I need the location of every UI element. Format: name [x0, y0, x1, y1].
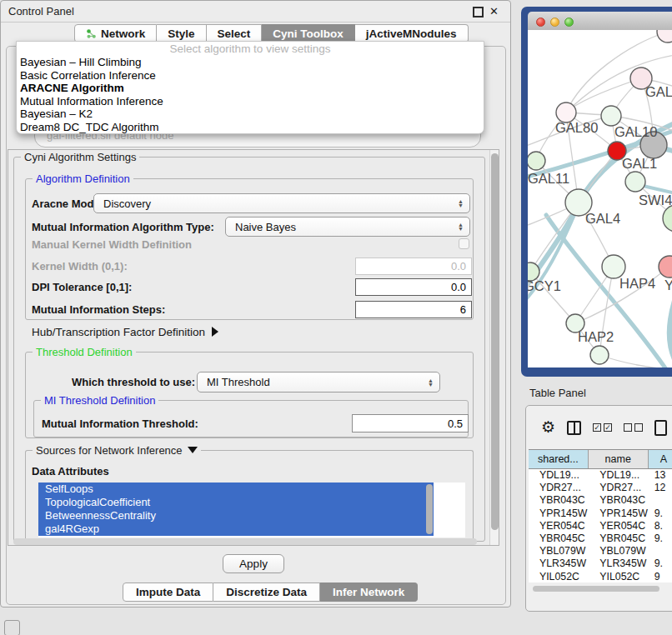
tab-infer-network[interactable]: Infer Network [320, 582, 418, 602]
table-row[interactable]: YBR043CYBR043C [529, 494, 672, 507]
select-all-checkboxes-icon[interactable]: ✓✓ [593, 423, 612, 432]
network-node[interactable] [625, 172, 645, 192]
table-cell: YBR045C [529, 532, 589, 545]
table-row[interactable]: YBL079WYBL079W [529, 545, 672, 558]
network-node[interactable] [663, 205, 672, 232]
dropdown-item-bayesian-hill-climbing[interactable]: Bayesian – Hill Climbing [17, 56, 484, 69]
screen: Control Panel ✕ NetworkStyleSelectCyni T… [0, 0, 672, 635]
table-horizontal-scrollbar-thumb[interactable] [533, 586, 659, 592]
node-label-y: Y [664, 278, 672, 292]
table-body: YDL19...YDL19...13YDR27...YDR27...12YBR0… [529, 469, 672, 582]
network-view-window: GALGAL80GAL10GAL1GAL11SWI4GAL4GCY1HAP4YH… [521, 7, 672, 377]
tab-discretize-data[interactable]: Discretize Data [213, 582, 320, 602]
tab-cyni-toolbox[interactable]: Cyni Toolbox [262, 24, 355, 42]
data-attributes-label: Data Attributes [32, 465, 109, 478]
sources-group-title[interactable]: Sources for Network Inference [33, 444, 201, 457]
node-label-gal4: GAL4 [585, 211, 620, 226]
list-item-selfloops[interactable]: SelfLoops [38, 482, 434, 496]
column-header-shared[interactable]: shared... [529, 450, 589, 468]
network-node[interactable] [659, 256, 672, 278]
table-cell: 9. [649, 508, 672, 520]
gear-icon[interactable]: ⚙ [541, 419, 555, 436]
node-table: shared...nameA YDL19...YDL19...13YDR27..… [529, 449, 672, 582]
node-label-swi4: SWI4 [639, 192, 672, 208]
vertical-scrollbar-thumb[interactable] [491, 153, 499, 530]
mi-steps-input[interactable] [355, 301, 472, 318]
which-threshold-label: Which threshold to use: [72, 376, 195, 388]
dropdown-item-aracne-algorithm[interactable]: ARACNE Algorithm [17, 82, 484, 95]
list-item-gal4rgexp[interactable]: gal4RGexp [38, 522, 434, 536]
minimize-traffic-light-icon[interactable] [550, 18, 559, 27]
mi-threshold-input[interactable] [352, 414, 469, 432]
table-row[interactable]: YIL052CYIL052C9 [529, 571, 672, 583]
list-item-betweennesscentrality[interactable]: BetweennessCentrality [38, 509, 434, 522]
column-header-name[interactable]: name [589, 450, 649, 468]
table-row[interactable]: YPR145WYPR145W9. [529, 508, 672, 520]
column-header-a[interactable]: A [649, 450, 672, 468]
table-cell: YBR043C [589, 494, 649, 507]
tab-jactivemnodules[interactable]: jActiveMNodules [355, 24, 469, 42]
hub-section-toggle[interactable]: Hub/Transcription Factor Definition [32, 326, 218, 338]
tab-label: Style [168, 28, 194, 40]
tab-label: Network [101, 28, 145, 40]
close-traffic-light-icon[interactable] [536, 18, 545, 27]
zoom-traffic-light-icon[interactable] [564, 18, 574, 27]
close-icon[interactable]: ✕ [489, 6, 500, 17]
table-cell: YDR27... [589, 482, 649, 494]
dropdown-item-basic-correlation-inference[interactable]: Basic Correlation Inference [17, 69, 484, 82]
sources-title-text: Sources for Network Inference [36, 444, 183, 457]
tab-style[interactable]: Style [157, 24, 206, 42]
dpi-tolerance-input[interactable] [355, 278, 472, 296]
manual-kernel-label: Manual Kernel Width Definition [32, 238, 192, 251]
list-item-topologicalcoefficient[interactable]: TopologicalCoefficient [38, 496, 434, 509]
document-icon[interactable] [654, 420, 667, 436]
kernel-width-input[interactable] [355, 258, 472, 275]
collapsed-panel-button[interactable] [4, 620, 20, 635]
table-row[interactable]: YER054CYER054C8. [529, 520, 672, 532]
tab-network[interactable]: Network [74, 24, 157, 42]
float-window-icon[interactable] [473, 6, 484, 17]
dropdown-item-dream8-dc-tdc-algorithm[interactable]: Dream8 DC_TDC Algorithm [17, 121, 484, 134]
manual-kernel-checkbox[interactable] [459, 238, 469, 249]
bottom-tabs: Impute DataDiscretize DataInfer Network [123, 582, 418, 602]
network-window-titlebar[interactable] [528, 12, 672, 31]
network-node[interactable] [601, 106, 621, 126]
which-threshold-combo[interactable]: MI Threshold ▲▼ [197, 372, 440, 392]
control-panel-title: Control Panel [8, 5, 74, 18]
list-scrollbar-thumb[interactable] [426, 484, 433, 534]
network-node[interactable] [602, 255, 625, 278]
mi-steps-label: Mutual Information Steps: [32, 303, 165, 316]
table-cell: YDL19... [529, 469, 589, 482]
columns-icon[interactable] [567, 421, 581, 435]
table-row[interactable]: YDR27...YDR27...12 [529, 482, 672, 494]
network-node[interactable] [528, 152, 545, 170]
network-node[interactable] [590, 346, 609, 364]
aracne-mode-combo[interactable]: Discovery ▲▼ [93, 193, 470, 213]
table-cell: YBR043C [529, 494, 589, 507]
table-row[interactable]: YDL19...YDL19...13 [529, 469, 672, 482]
mi-type-combo[interactable]: Naive Bayes ▲▼ [225, 217, 470, 237]
table-cell: YDR27... [529, 482, 589, 494]
network-node[interactable] [657, 30, 672, 42]
algorithm-dropdown-prompt: Select algorithm to view settings [17, 42, 484, 56]
dropdown-item-mutual-information-inference[interactable]: Mutual Information Inference [17, 95, 484, 108]
node-label-gcy1: GCY1 [528, 278, 561, 293]
horizontal-scrollbar-thumb[interactable] [13, 538, 477, 545]
tab-impute-data[interactable]: Impute Data [123, 582, 213, 602]
apply-button[interactable]: Apply [223, 554, 284, 573]
hub-section-label: Hub/Transcription Factor Definition [32, 326, 205, 338]
table-cell: YLR345W [529, 558, 589, 570]
table-row[interactable]: YLR345WYLR345W9. [529, 558, 672, 570]
table-cell: 9. [649, 532, 672, 545]
node-label-gal10: GAL10 [614, 124, 657, 139]
table-row[interactable]: YBR045CYBR045C9. [529, 532, 672, 545]
aracne-mode-value: Discovery [94, 198, 458, 210]
network-canvas[interactable]: GALGAL80GAL10GAL1GAL11SWI4GAL4GCY1HAP4YH… [528, 30, 672, 368]
table-header-row: shared...nameA [529, 449, 672, 469]
tab-select[interactable]: Select [207, 24, 263, 42]
data-attributes-list[interactable]: SelfLoopsTopologicalCoefficientBetweenne… [38, 482, 465, 538]
deselect-all-checkboxes-icon[interactable] [624, 423, 643, 432]
expand-right-icon [212, 327, 218, 337]
table-cell: YDL19... [589, 469, 649, 482]
dropdown-item-bayesian-k2[interactable]: Bayesian – K2 [17, 108, 484, 121]
